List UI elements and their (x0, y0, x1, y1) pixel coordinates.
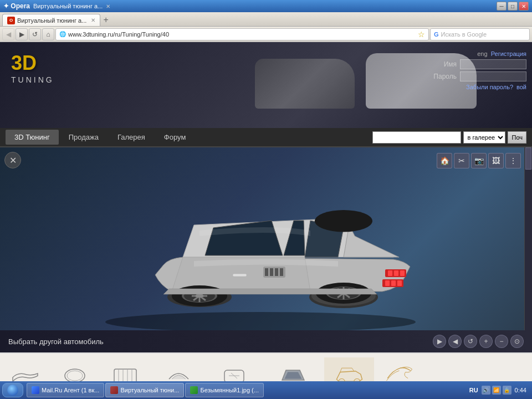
bookmark-star[interactable]: ☆ (418, 30, 425, 39)
play-button[interactable]: ▶ (433, 335, 446, 348)
toolbar-more-btn[interactable]: ⋮ (505, 153, 521, 168)
close-overlay-button[interactable]: ✕ (4, 152, 21, 168)
login-name-input[interactable] (460, 59, 526, 69)
title-bar: ✦ Opera Виртуальный тюнинг а... ✕ ─ □ ✕ (0, 0, 532, 12)
toolbar-home-btn[interactable]: 🏠 (437, 153, 452, 168)
nav-search-input[interactable] (372, 131, 461, 144)
taskbar-item-image[interactable]: Безымянный1.jpg (... (185, 383, 264, 397)
maximize-button[interactable]: □ (508, 2, 518, 11)
logo-3d-accent: 3D (11, 52, 37, 74)
nav-item-sale[interactable]: Продажа (60, 130, 108, 145)
browser-tab[interactable]: O Виртуальный тюнинг а... ✕ (2, 14, 100, 26)
nav-search-button[interactable]: Поч (508, 131, 526, 144)
language-indicator: RU (469, 387, 478, 393)
start-button[interactable] (2, 383, 23, 397)
logo-text-area: TUNING (11, 75, 54, 84)
main-content: ✕ 🏠 ✂ 📷 🖼 ⋮ (0, 147, 532, 352)
system-clock: 0:44 (515, 387, 526, 393)
taskbar-right: RU 🔊 📶 🔒 0:44 (466, 386, 530, 395)
svg-rect-30 (397, 280, 402, 286)
title-bar-left: ✦ Opera Виртуальный тюнинг а... ✕ (3, 2, 110, 10)
svg-rect-41 (280, 268, 283, 276)
website: 3D TUNING eng Регистрация Имя Пароль З (0, 42, 532, 399)
car-silhouette-1 (255, 59, 355, 109)
start-orb-icon (7, 385, 18, 396)
image-icon (190, 386, 198, 394)
address-bar[interactable]: 🌐 www.3dtuning.ru/ru/Tuning/Tuning/40 ☆ (55, 28, 429, 40)
login-row-name: Имя (444, 59, 526, 69)
login-links: Забыли пароль? вой (466, 84, 526, 90)
google-search-icon: G (434, 31, 439, 38)
center-button[interactable]: ⊙ (510, 335, 524, 348)
close-button[interactable]: ✕ (519, 2, 529, 11)
taskbar-tuning-label: Виртуальный тюни... (120, 387, 179, 393)
svg-point-0 (105, 312, 416, 330)
svg-point-43 (67, 371, 83, 381)
nav-search-select[interactable]: в галерее (463, 131, 505, 144)
tab-favicon: O (7, 17, 15, 24)
back-button[interactable]: ◀ (2, 28, 14, 40)
zoom-in-button[interactable]: + (479, 335, 493, 348)
logo-tuning-text: TUNING (11, 75, 54, 84)
svg-rect-29 (391, 280, 396, 286)
login-button[interactable]: вой (516, 84, 526, 90)
reset-button[interactable]: ↺ (464, 335, 477, 348)
taskbar: Mail.Ru Агент (1 вк... Виртуальный тюни.… (0, 381, 532, 399)
address-icon: 🌐 (59, 31, 66, 37)
nav-item-tuning[interactable]: 3D Тюнинг (6, 130, 59, 145)
taskbar-item-tuning[interactable]: Виртуальный тюни... (105, 383, 184, 397)
address-text: www.3dtuning.ru/ru/Tuning/Tuning/40 (68, 31, 416, 38)
logo: 3D (11, 53, 54, 73)
svg-rect-39 (270, 268, 273, 276)
title-bar-buttons: ─ □ ✕ (497, 2, 529, 11)
toolbar-scissors-btn[interactable]: ✂ (454, 153, 469, 168)
car-3d-view (72, 175, 449, 330)
login-password-input[interactable] (460, 71, 526, 81)
toolbar-camera-btn[interactable]: 📷 (471, 153, 487, 168)
tab-title: Виртуальный тюнинг а... (33, 3, 103, 9)
bottom-controls: ▶ ◀ ↺ + − ⊙ (433, 335, 524, 348)
forward-button[interactable]: ▶ (16, 28, 28, 40)
svg-rect-38 (265, 268, 268, 276)
nav-search-area: в галерее Поч (372, 131, 526, 144)
tab-label: Виртуальный тюнинг а... (17, 17, 86, 24)
main-scroll-thumb[interactable] (525, 147, 531, 170)
tab-close-title[interactable]: ✕ (106, 3, 110, 9)
nav-item-gallery[interactable]: Галерея (109, 130, 154, 145)
forgot-password-link[interactable]: Забыли пароль? (466, 84, 513, 90)
register-link[interactable]: Регистрация (491, 50, 526, 57)
reload-button[interactable]: ↺ (29, 28, 41, 40)
svg-rect-28 (385, 280, 390, 286)
logo-area: 3D TUNING (0, 42, 65, 128)
tray-icon-3: 🔒 (503, 386, 511, 395)
search-bar[interactable]: G Искать в Google (430, 28, 530, 40)
svg-rect-24 (388, 270, 392, 276)
taskbar-mail-label: Mail.Ru Агент (1 вк... (42, 387, 99, 393)
taskbar-image-label: Безымянный1.jpg (... (200, 387, 259, 393)
site-header: 3D TUNING eng Регистрация Имя Пароль З (0, 42, 532, 128)
tuning-app-icon (110, 386, 118, 394)
nav-bar: ◀ ▶ ↺ ⌂ 🌐 www.3dtuning.ru/ru/Tuning/Tuni… (0, 27, 532, 42)
select-car-button[interactable]: Выбрать другой автомобиль (8, 337, 104, 346)
nav-item-forum[interactable]: Форум (155, 130, 195, 145)
login-password-label: Пароль (433, 73, 457, 80)
login-name-label: Имя (444, 60, 457, 68)
main-scrollbar[interactable] (524, 147, 532, 352)
svg-rect-25 (394, 270, 398, 276)
toolbar-top-right: 🏠 ✂ 📷 🖼 ⋮ (437, 153, 521, 168)
svg-rect-40 (275, 268, 278, 276)
bottom-bar: Выбрать другой автомобиль ▶ ◀ ↺ + − ⊙ (0, 330, 532, 352)
zoom-out-button[interactable]: − (495, 335, 508, 348)
new-tab-button[interactable]: + (100, 14, 111, 26)
toolbar-image-btn[interactable]: 🖼 (488, 153, 504, 168)
taskbar-item-mail[interactable]: Mail.Ru Агент (1 вк... (27, 383, 104, 397)
svg-rect-26 (400, 270, 405, 276)
tab-bar: O Виртуальный тюнинг а... ✕ + (0, 12, 532, 27)
tab-close-btn[interactable]: ✕ (91, 17, 95, 23)
browser-chrome: ✦ Opera Виртуальный тюнинг а... ✕ ─ □ ✕ … (0, 0, 532, 42)
home-button[interactable]: ⌂ (42, 28, 54, 40)
search-placeholder: Искать в Google (441, 31, 487, 38)
tray-icon-1: 🔊 (482, 386, 490, 395)
rewind-button[interactable]: ◀ (448, 335, 462, 348)
minimize-button[interactable]: ─ (497, 2, 507, 11)
